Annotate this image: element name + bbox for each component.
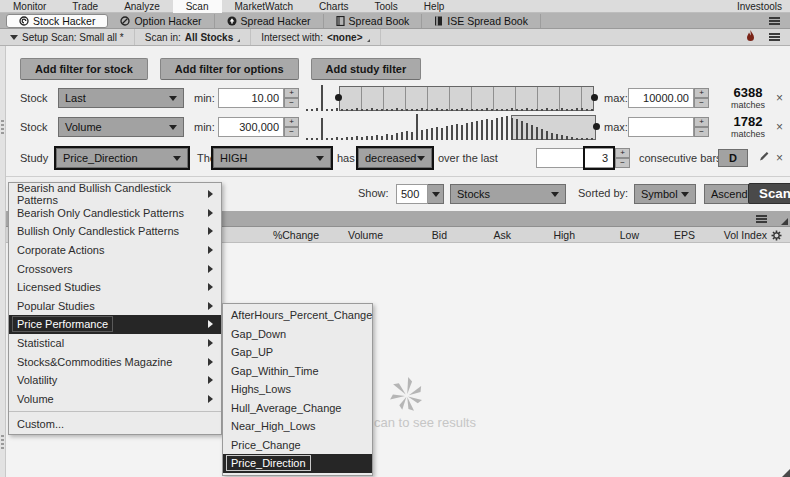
tabbar-list-icon[interactable] — [769, 17, 780, 25]
menu-item-volume[interactable]: Volume — [9, 390, 221, 409]
col-header-eps[interactable]: EPS — [643, 229, 699, 241]
col-header-bid[interactable]: Bid — [387, 229, 451, 241]
menu-scan[interactable]: Scan — [173, 0, 222, 13]
min-input[interactable]: 300,000 — [218, 117, 284, 137]
edit-pencil-icon[interactable] — [758, 150, 770, 164]
add-filter-for-options-button[interactable]: Add filter for options — [160, 58, 299, 80]
max-input[interactable]: 10000.00 — [628, 88, 694, 108]
menu-item-crossovers[interactable]: Crossovers — [9, 259, 221, 278]
matches-label: matches — [718, 100, 778, 110]
show-count-combo[interactable]: 500 — [396, 184, 444, 204]
menu-tools[interactable]: Tools — [361, 0, 410, 13]
menu-monitor[interactable]: Monitor — [0, 0, 59, 13]
increment-icon[interactable] — [694, 117, 709, 127]
scan-button[interactable]: Scan — [748, 183, 790, 204]
bars-stepper[interactable] — [615, 148, 630, 168]
column-settings-gear-icon[interactable] — [771, 229, 782, 241]
increment-icon[interactable] — [615, 148, 630, 158]
setup-scan-control[interactable]: Setup Scan: Small all * — [0, 29, 135, 45]
menu-analyze[interactable]: Analyze — [111, 0, 173, 13]
col-header-high[interactable]: High — [515, 229, 579, 241]
slider-min-handle[interactable] — [335, 94, 342, 101]
tab-stock-hacker[interactable]: Stock Hacker — [6, 14, 108, 28]
menu-item-corporate-actions[interactable]: Corporate Actions — [9, 241, 221, 260]
menu-item-bearish-only[interactable]: Bearish Only Candlestick Patterns — [9, 204, 221, 223]
col-header-low[interactable]: Low — [579, 229, 643, 241]
submenu-item-highs-lows[interactable]: Highs_Lows — [223, 380, 372, 399]
menu-item-popular-studies[interactable]: Popular Studies — [9, 297, 221, 316]
min-stepper[interactable] — [284, 88, 299, 108]
window-resize-corner[interactable] — [782, 469, 790, 477]
col-header-volume[interactable]: Volume — [323, 229, 387, 241]
increment-icon[interactable] — [694, 88, 709, 98]
investools-link[interactable]: Investools — [737, 1, 790, 12]
add-filter-for-stock-button[interactable]: Add filter for stock — [20, 58, 148, 80]
filter-field-dropdown[interactable]: Last — [58, 88, 184, 108]
condition-dropdown[interactable]: decreased — [358, 148, 432, 168]
result-type-dropdown[interactable]: Stocks — [450, 184, 566, 204]
decrement-icon[interactable] — [694, 127, 709, 137]
col-header-vol-index[interactable]: Vol Index — [699, 229, 771, 241]
menu-trade[interactable]: Trade — [59, 0, 111, 13]
aggregation-button[interactable]: D — [718, 149, 748, 167]
submenu-item-price-direction[interactable]: Price_Direction — [223, 454, 372, 473]
menu-item-custom[interactable]: Custom... — [9, 411, 221, 432]
close-icon[interactable]: × — [776, 151, 783, 165]
intersect-control[interactable]: Intersect with: <none> — [251, 29, 380, 45]
menu-help[interactable]: Help — [411, 0, 458, 13]
max-input[interactable] — [628, 117, 694, 137]
table-menu-icon[interactable] — [756, 215, 767, 223]
slider-max-handle[interactable] — [593, 123, 600, 130]
tab-ise-spread-book[interactable]: ISE Spread Book — [422, 14, 541, 28]
menu-marketwatch[interactable]: MarketWatch — [222, 0, 307, 13]
min-input[interactable]: 10.00 — [218, 88, 284, 108]
menu-item-price-performance[interactable]: Price Performance — [9, 315, 221, 334]
tab-option-hacker[interactable]: Option Hacker — [108, 14, 214, 28]
decrement-icon[interactable] — [284, 127, 299, 137]
scan-in-control[interactable]: Scan in: All Stocks — [135, 29, 252, 45]
menu-item-volatility[interactable]: Volatility — [9, 371, 221, 390]
submenu-arrow-icon — [208, 283, 213, 291]
menu-item-bearish-bullish[interactable]: Bearish and Bullish Candlestick Patterns — [9, 185, 221, 204]
flame-icon[interactable] — [746, 30, 755, 44]
setupbar-list-icon[interactable] — [769, 33, 780, 41]
submenu-item-gap-up[interactable]: Gap_UP — [223, 343, 372, 362]
submenu-item-afterhours[interactable]: AfterHours_Percent_Change — [223, 306, 372, 325]
tab-spread-hacker[interactable]: Spread Hacker — [215, 14, 324, 28]
splitter-grip[interactable] — [1, 120, 4, 134]
plot-dropdown[interactable]: HIGH — [213, 148, 331, 168]
decrement-icon[interactable] — [284, 98, 299, 108]
increment-icon[interactable] — [284, 117, 299, 127]
splitter-grip[interactable] — [1, 435, 4, 449]
submenu-item-near-high-lows[interactable]: Near_High_Lows — [223, 417, 372, 436]
max-stepper[interactable] — [694, 117, 709, 137]
add-study-filter-button[interactable]: Add study filter — [311, 58, 422, 80]
menu-charts[interactable]: Charts — [306, 0, 361, 13]
menu-item-stocks-commodities[interactable]: Stocks&Commodities Magazine — [9, 352, 221, 371]
combo-arrow-button[interactable] — [428, 184, 444, 204]
bars-input[interactable]: 3 — [536, 148, 614, 168]
study-dropdown[interactable]: Price_Direction — [56, 148, 188, 168]
close-icon[interactable]: × — [776, 120, 783, 134]
menu-item-bullish-only[interactable]: Bullish Only Candlestick Patterns — [9, 222, 221, 241]
filter-field-dropdown[interactable]: Volume — [58, 117, 184, 137]
submenu-item-price-change[interactable]: Price_Change — [223, 436, 372, 455]
menu-item-statistical[interactable]: Statistical — [9, 334, 221, 353]
col-header-pct-change[interactable]: %Change — [259, 229, 323, 241]
max-stepper[interactable] — [694, 88, 709, 108]
col-header-ask[interactable]: Ask — [451, 229, 515, 241]
range-slider-last[interactable] — [306, 85, 596, 111]
menu-item-licensed-studies[interactable]: Licensed Studies — [9, 278, 221, 297]
slider-max-handle[interactable] — [591, 94, 598, 101]
tab-spread-book[interactable]: Spread Book — [324, 14, 423, 28]
submenu-item-hull-average-change[interactable]: Hull_Average_Change — [223, 399, 372, 418]
range-slider-volume[interactable] — [306, 114, 596, 140]
submenu-item-gap-within-time[interactable]: Gap_Within_Time — [223, 362, 372, 381]
submenu-item-gap-down[interactable]: Gap_Down — [223, 325, 372, 344]
sort-field-dropdown[interactable]: Symbol — [634, 184, 696, 204]
min-stepper[interactable] — [284, 117, 299, 137]
increment-icon[interactable] — [284, 88, 299, 98]
decrement-icon[interactable] — [694, 98, 709, 108]
close-icon[interactable]: × — [776, 91, 783, 105]
decrement-icon[interactable] — [615, 158, 630, 168]
